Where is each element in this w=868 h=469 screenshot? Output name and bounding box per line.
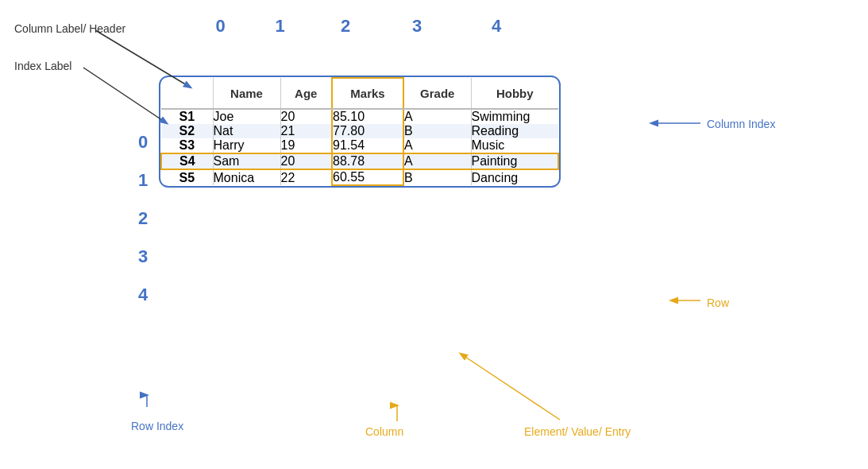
data-cell: B [403, 169, 471, 185]
data-cell: 20 [280, 153, 332, 169]
data-cell: 77.80 [332, 124, 403, 138]
data-cell: B [403, 124, 471, 138]
main-table-wrapper: Name Age Marks Grade Hobby S1Joe2085.10A… [159, 76, 561, 188]
data-cell: 21 [280, 124, 332, 138]
data-cell: Nat [213, 124, 280, 138]
column-numbers-row: 0 1 2 3 4 [191, 16, 540, 37]
data-cell: A [403, 138, 471, 153]
col-num-2: 2 [310, 16, 381, 37]
table-row: S3Harry1991.54AMusic [161, 138, 558, 153]
table-row: S1Joe2085.10ASwimming [161, 109, 558, 124]
data-cell: Reading [471, 124, 558, 138]
index-cell: S1 [161, 109, 213, 124]
col-num-3: 3 [381, 16, 453, 37]
header-age: Age [280, 78, 332, 108]
index-cell: S4 [161, 153, 213, 169]
data-cell: Monica [213, 169, 280, 185]
data-cell: Music [471, 138, 558, 153]
data-cell: 91.54 [332, 138, 403, 153]
data-cell: Joe [213, 109, 280, 124]
data-cell: 20 [280, 109, 332, 124]
data-cell: Sam [213, 153, 280, 169]
data-cell: A [403, 153, 471, 169]
data-cell: Harry [213, 138, 280, 153]
row-indices: 0 1 2 3 4 [131, 123, 155, 314]
header-index-col [161, 78, 213, 108]
diagram-container: Column Label/ Header Index Label 0 1 2 3… [0, 0, 868, 469]
column-annotation: Column [365, 425, 403, 438]
index-cell: S2 [161, 124, 213, 138]
data-cell: Dancing [471, 169, 558, 185]
row-annotation: Row [707, 297, 729, 309]
column-label-header-annotation: Column Label/ Header [14, 22, 125, 35]
col-num-1: 1 [250, 16, 310, 37]
annotation-arrows [0, 0, 868, 469]
table-row: S4Sam2088.78APainting [161, 153, 558, 169]
svg-line-6 [461, 354, 560, 420]
row-idx-1: 1 [131, 161, 155, 200]
table-row: S2Nat2177.80BReading [161, 124, 558, 138]
row-idx-3: 3 [131, 238, 155, 276]
table-header-row: Name Age Marks Grade Hobby [161, 78, 558, 108]
row-index-annotation: Row Index [131, 420, 183, 432]
header-grade: Grade [403, 78, 471, 108]
index-label-annotation: Index Label [14, 60, 71, 72]
table-row: S5Monica2260.55BDancing [161, 169, 558, 185]
header-name: Name [213, 78, 280, 108]
data-cell: Swimming [471, 109, 558, 124]
data-cell: 22 [280, 169, 332, 185]
data-cell: 19 [280, 138, 332, 153]
element-annotation: Element/ Value/ Entry [524, 425, 631, 438]
col-num-0: 0 [191, 16, 250, 37]
column-index-annotation: Column Index [707, 118, 775, 130]
col-num-4: 4 [453, 16, 540, 37]
data-cell: A [403, 109, 471, 124]
data-cell: 85.10 [332, 109, 403, 124]
row-idx-2: 2 [131, 200, 155, 238]
row-idx-0: 0 [131, 123, 155, 161]
data-table: Name Age Marks Grade Hobby S1Joe2085.10A… [160, 77, 559, 186]
data-cell: 60.55 [332, 169, 403, 185]
header-marks: Marks [332, 78, 403, 108]
data-cell: 88.78 [332, 153, 403, 169]
data-cell: Painting [471, 153, 558, 169]
header-hobby: Hobby [471, 78, 558, 108]
index-cell: S3 [161, 138, 213, 153]
row-idx-4: 4 [131, 276, 155, 314]
svg-line-1 [83, 68, 167, 123]
index-cell: S5 [161, 169, 213, 185]
